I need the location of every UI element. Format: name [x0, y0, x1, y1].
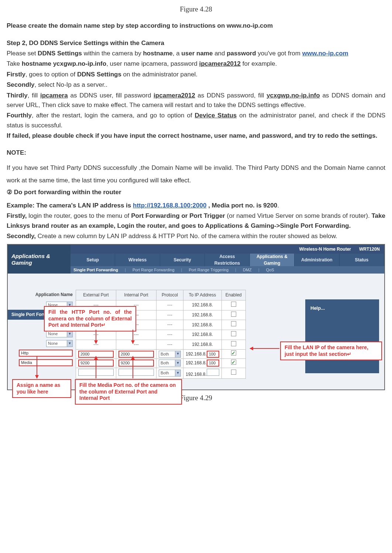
int-port-input[interactable]: [118, 369, 154, 376]
p11: Example: The camera's LAN IP address is …: [7, 201, 385, 210]
col-proto: Protocol: [157, 290, 183, 300]
enabled-checkbox[interactable]: [231, 360, 236, 365]
nav-status[interactable]: Status: [340, 254, 384, 266]
p4: Firstly, goes to option of DDNS Settings…: [7, 70, 385, 79]
table-row: Both▼ 192.168.8.: [76, 368, 246, 379]
router-topbar: Wireless-N Home Router WRT120N: [71, 245, 384, 254]
nav-security[interactable]: Security: [160, 254, 205, 266]
nav-wireless[interactable]: Wireless: [115, 254, 160, 266]
enabled-checkbox[interactable]: [231, 302, 236, 307]
int-port-input[interactable]: 2000: [118, 351, 154, 358]
p5: Secondly, select No-Ip as a server..: [7, 80, 385, 90]
callout-http: Fill the HTTP Port no. of the camera on …: [44, 306, 136, 332]
step2-title: Step 2, DO DDNS Service Settings within …: [7, 38, 385, 48]
col-int: Internal Port: [116, 290, 157, 300]
chevron-down-icon: ▼: [175, 351, 180, 357]
app-select[interactable]: None▼: [46, 330, 73, 337]
nav-apps-gaming[interactable]: Applications & Gaming: [250, 254, 295, 266]
p2: Please set DDNS Settings within the came…: [7, 49, 385, 58]
p3: Take hostname ycxgwp.no-ip.info, user na…: [7, 59, 385, 69]
chevron-down-icon: ▼: [175, 370, 180, 376]
router-model: WRT120N: [359, 245, 380, 254]
col-enabled: Enabled: [221, 290, 245, 300]
p7: Fourthly, after the restart, login the c…: [7, 111, 385, 130]
appname-header: Application Name: [13, 290, 75, 300]
enabled-checkbox[interactable]: [231, 331, 236, 336]
p10: ② Do port forwarding within the router: [7, 188, 385, 197]
port-forward-table: External Port Internal Port Protocol To …: [76, 290, 246, 379]
arrow-icon: [133, 356, 133, 378]
table-row: 9200 9200 Both▼ 192.168.8.100: [76, 358, 246, 368]
figure-caption-top: Figure 4.28: [7, 4, 385, 14]
ip-last-input[interactable]: 100: [207, 360, 219, 367]
app-select[interactable]: None▼: [46, 340, 73, 347]
noip-link[interactable]: www.no-ip.com: [302, 50, 348, 57]
p12: Firstly, login the router, goes to the m…: [7, 211, 385, 231]
col-ext: External Port: [76, 290, 116, 300]
table-row: ---------192.168.8.: [76, 340, 246, 350]
app-name-input[interactable]: Http: [19, 350, 73, 357]
col-ip: To IP Address: [183, 290, 222, 300]
enabled-checkbox[interactable]: [231, 370, 236, 375]
subnav-port-range[interactable]: Port Range Forwarding: [133, 267, 175, 273]
subnav-dmz[interactable]: DMZ: [243, 267, 252, 273]
router-nav: Setup Wireless Security Access Restricti…: [71, 254, 384, 266]
subnav-single-port[interactable]: Single Port Forwarding: [73, 267, 118, 273]
chevron-down-icon: ▼: [175, 360, 180, 366]
chevron-down-icon: ▼: [67, 331, 72, 337]
chevron-down-icon: ▼: [67, 340, 72, 347]
enabled-checkbox[interactable]: [231, 350, 236, 356]
subnav-qos[interactable]: QoS: [266, 267, 274, 273]
proto-select[interactable]: Both▼: [159, 370, 181, 377]
intro-para: Please create the domain name step by st…: [7, 21, 385, 31]
ip-last-input[interactable]: 100: [207, 351, 219, 358]
nav-access[interactable]: Access Restrictions: [205, 254, 250, 266]
nav-setup[interactable]: Setup: [71, 254, 115, 266]
router-subnav: Single Port Forwarding| Port Range Forwa…: [71, 266, 384, 274]
p9: If you have set Third Party DDNS success…: [7, 162, 385, 187]
router-screenshot: Wireless-N Home Router WRT120N Applicati…: [7, 244, 385, 390]
arrow-icon: [133, 330, 133, 344]
table-header-row: External Port Internal Port Protocol To …: [76, 290, 246, 300]
router-brand: Wireless-N Home Router: [299, 246, 351, 253]
p8: If failed, please double check if you ha…: [7, 131, 385, 141]
help-panel[interactable]: Help...: [305, 299, 379, 373]
subnav-port-trigger[interactable]: Port Range Triggering: [189, 267, 228, 273]
router-content: Single Port Forwarding Application Name …: [8, 274, 384, 389]
note-heading: NOTE:: [7, 148, 385, 158]
lan-ip-link[interactable]: http://192.168.8.100:2000: [133, 202, 206, 209]
proto-select[interactable]: Both▼: [159, 351, 181, 358]
callout-name: Assign a name as you like here: [12, 379, 71, 398]
arrow-icon: [96, 356, 96, 378]
p6: Thirdly, fill ipcamera as DDNS user, fil…: [7, 91, 385, 110]
ip-last-input[interactable]: [207, 369, 219, 376]
proto-select[interactable]: Both▼: [159, 360, 181, 367]
app-name-input[interactable]: Media: [19, 359, 73, 366]
enabled-checkbox[interactable]: [231, 341, 236, 346]
router-side-title: Applications & Gaming: [8, 245, 71, 269]
arrow-icon: [37, 356, 37, 378]
callout-media: Fill the Media Port no. of the camera on…: [75, 379, 182, 405]
enabled-checkbox[interactable]: [231, 321, 236, 326]
arrow-icon: [96, 330, 96, 344]
callout-lan: Fill the LAN IP of the camera here, just…: [280, 341, 382, 360]
p13: Secondly, Create a new column by LAN IP …: [7, 231, 385, 241]
table-row: 2000 2000 Both▼ 192.168.8.100: [76, 350, 246, 359]
enabled-checkbox[interactable]: [231, 312, 236, 317]
arrow-icon: [250, 348, 279, 349]
nav-admin[interactable]: Administration: [295, 254, 339, 266]
int-port-input[interactable]: 9200: [118, 360, 154, 367]
